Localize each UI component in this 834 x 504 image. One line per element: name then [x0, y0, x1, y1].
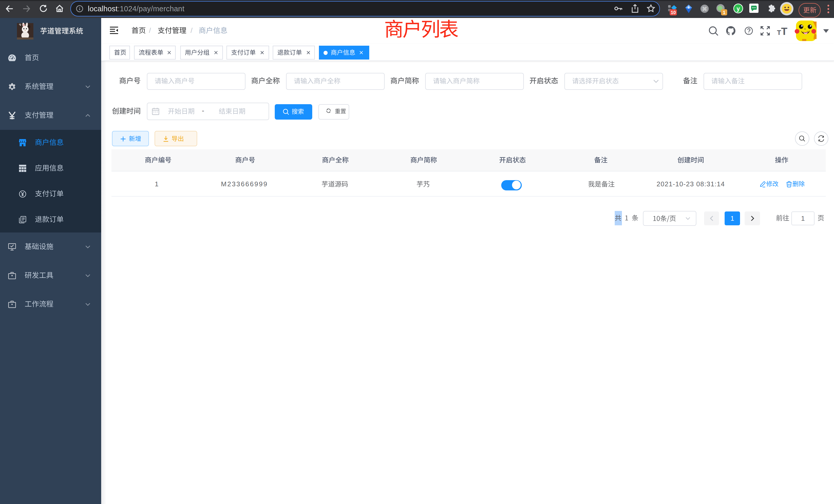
svg-text:⌘: ⌘ [702, 6, 707, 12]
svg-text:y: y [737, 5, 740, 12]
svg-text:10: 10 [671, 10, 676, 15]
svg-text:1: 1 [723, 10, 726, 15]
